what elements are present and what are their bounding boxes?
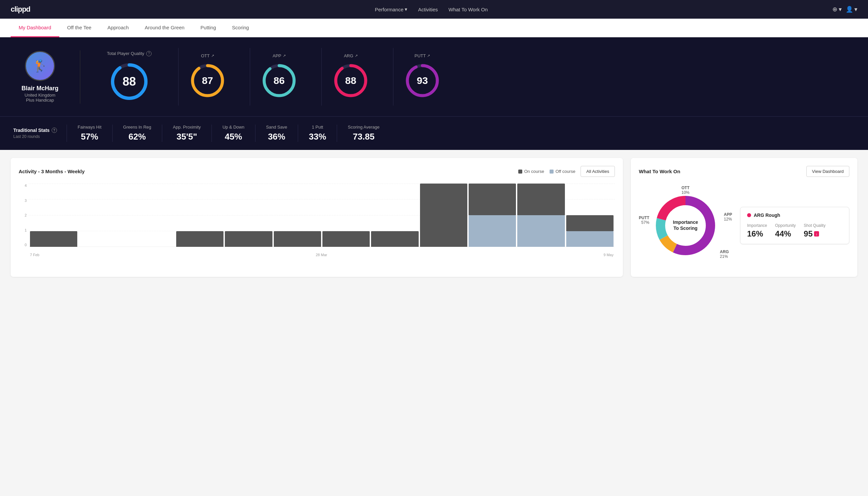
add-button[interactable]: ⊕ ▾ bbox=[832, 6, 842, 13]
bar-group-0 bbox=[30, 184, 77, 247]
avatar-image: 🏌️ bbox=[33, 59, 48, 73]
putt-score-value: 93 bbox=[417, 75, 428, 86]
tab-my-dashboard[interactable]: My Dashboard bbox=[11, 19, 59, 37]
ott-ring: 87 bbox=[189, 62, 226, 99]
app-trend-icon: ↗ bbox=[283, 53, 286, 58]
x-label-feb: 7 Feb bbox=[30, 253, 39, 257]
off-course-dot bbox=[550, 170, 554, 173]
on-course-bar bbox=[30, 231, 77, 247]
total-score-value: 88 bbox=[123, 75, 136, 89]
on-course-bar bbox=[322, 231, 370, 247]
stat-proximity-value: 35'5" bbox=[173, 131, 201, 142]
avatar: 🏌️ bbox=[25, 51, 55, 81]
putt-ring: 93 bbox=[404, 62, 441, 99]
activity-chart: 4 3 2 1 0 7 Feb 28 Mar 9 May bbox=[19, 184, 615, 257]
total-label: Total Player Quality ? bbox=[107, 51, 152, 56]
importance-value: 16% bbox=[747, 229, 767, 238]
stat-greens-label: Greens In Reg bbox=[123, 125, 152, 129]
view-dashboard-button[interactable]: View Dashboard bbox=[806, 166, 849, 177]
stat-updown-label: Up & Down bbox=[222, 125, 244, 129]
bars-container bbox=[29, 184, 615, 247]
y-label-4: 4 bbox=[25, 184, 27, 188]
on-course-bar bbox=[274, 231, 321, 247]
chevron-down-icon: ▾ bbox=[405, 6, 407, 12]
user-button[interactable]: 👤 ▾ bbox=[846, 6, 857, 13]
bar-group-10 bbox=[517, 184, 565, 247]
total-ring: 88 bbox=[109, 62, 149, 102]
nav-what-to-work-on[interactable]: What To Work On bbox=[449, 7, 488, 12]
tab-around-the-green[interactable]: Around the Green bbox=[137, 19, 192, 37]
stat-greens-value: 62% bbox=[123, 131, 152, 142]
add-arrow: ▾ bbox=[839, 6, 842, 13]
svg-text:Importance: Importance bbox=[673, 219, 698, 225]
stat-scoring-avg: Scoring Average 73.85 bbox=[337, 125, 390, 142]
stats-info-icon[interactable]: ? bbox=[52, 128, 57, 133]
on-course-bar bbox=[566, 215, 614, 231]
metric-importance: Importance 16% bbox=[747, 223, 767, 238]
shot-quality-badge: ↓ bbox=[814, 231, 819, 236]
x-label-may: 9 May bbox=[603, 253, 614, 257]
tab-scoring[interactable]: Scoring bbox=[224, 19, 257, 37]
activity-card: Activity - 3 Months - Weekly On course O… bbox=[11, 158, 623, 277]
stats-label-section: Traditional Stats ? Last 20 rounds bbox=[13, 128, 67, 139]
info-card-header: ARG Rough bbox=[747, 213, 842, 218]
stat-sand-value: 36% bbox=[266, 131, 287, 142]
tabs-bar: My Dashboard Off the Tee Approach Around… bbox=[0, 19, 868, 37]
donut-chart-section: OTT 10% APP 12% ARG 21% PUTT 57% bbox=[639, 182, 732, 269]
tab-approach[interactable]: Approach bbox=[99, 19, 137, 37]
tab-putting[interactable]: Putting bbox=[192, 19, 224, 37]
category-dot bbox=[747, 213, 751, 217]
stat-scoring-label: Scoring Average bbox=[348, 125, 379, 129]
stat-1putt-label: 1 Putt bbox=[309, 125, 326, 129]
nav-links: Performance ▾ Activities What To Work On bbox=[375, 6, 488, 12]
app-donut-label: APP 12% bbox=[724, 212, 732, 221]
stat-app-proximity: App. Proximity 35'5" bbox=[162, 125, 211, 142]
top-nav: clippd Performance ▾ Activities What To … bbox=[0, 0, 868, 19]
opportunity-label: Opportunity bbox=[775, 223, 796, 228]
bar-group-8 bbox=[420, 184, 467, 247]
putt-label: PUTT ↗ bbox=[404, 53, 441, 58]
nav-performance[interactable]: Performance ▾ bbox=[375, 6, 407, 12]
opportunity-value: 44% bbox=[775, 229, 796, 238]
stat-1-putt: 1 Putt 33% bbox=[298, 125, 337, 142]
user-arrow: ▾ bbox=[854, 6, 857, 13]
divider bbox=[80, 50, 80, 104]
on-course-bar bbox=[517, 184, 565, 215]
stat-up-down: Up & Down 45% bbox=[211, 125, 255, 142]
tab-off-the-tee[interactable]: Off the Tee bbox=[59, 19, 99, 37]
bottom-section: Activity - 3 Months - Weekly On course O… bbox=[0, 150, 868, 285]
on-course-bar bbox=[420, 184, 467, 247]
off-course-bar bbox=[566, 231, 614, 247]
hero-section: 🏌️ Blair McHarg United Kingdom Plus Hand… bbox=[0, 37, 868, 116]
x-label-mar: 28 Mar bbox=[316, 253, 327, 257]
ott-label: OTT ↗ bbox=[189, 53, 226, 58]
wtwo-header: What To Work On View Dashboard bbox=[639, 166, 849, 177]
importance-label: Importance bbox=[747, 223, 767, 228]
info-icon[interactable]: ? bbox=[146, 51, 152, 56]
stat-greens-in-reg: Greens In Reg 62% bbox=[112, 125, 162, 142]
bar-group-11 bbox=[566, 184, 614, 247]
player-info: 🏌️ Blair McHarg United Kingdom Plus Hand… bbox=[13, 51, 67, 103]
ott-score-card: OTT ↗ 87 bbox=[178, 48, 236, 106]
stat-1putt-value: 33% bbox=[309, 131, 326, 142]
nav-activities[interactable]: Activities bbox=[418, 7, 438, 12]
ott-score-value: 87 bbox=[202, 75, 213, 86]
stat-fairways-hit: Fairways Hit 57% bbox=[67, 125, 112, 142]
on-course-bar bbox=[225, 231, 272, 247]
player-handicap: Plus Handicap bbox=[26, 98, 54, 103]
bar-group-6 bbox=[322, 184, 370, 247]
metric-opportunity: Opportunity 44% bbox=[775, 223, 796, 238]
info-card: ARG Rough Importance 16% Opportunity 44% bbox=[740, 207, 849, 244]
all-activities-button[interactable]: All Activities bbox=[581, 166, 615, 177]
stat-sand-save: Sand Save 36% bbox=[255, 125, 298, 142]
app-label: APP ↗ bbox=[261, 53, 297, 58]
shot-quality-value: 95 ↓ bbox=[804, 229, 825, 238]
on-course-bar bbox=[371, 231, 419, 247]
stat-fairways-value: 57% bbox=[78, 131, 101, 142]
off-course-bar bbox=[517, 215, 565, 247]
activity-legend: On course Off course bbox=[518, 169, 575, 174]
wtwo-card: What To Work On View Dashboard OTT 10% A… bbox=[631, 158, 857, 277]
arg-score-card: ARG ↗ 88 bbox=[321, 48, 380, 106]
bar-group-7 bbox=[371, 184, 419, 247]
metric-shot-quality: Shot Quality 95 ↓ bbox=[804, 223, 825, 238]
